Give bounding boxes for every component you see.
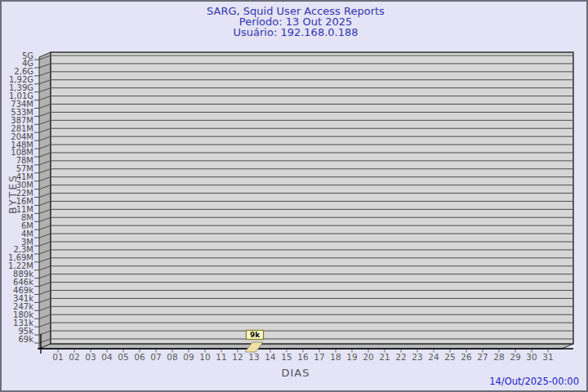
x-tick-label: 08 [167,352,177,362]
plot-floor-3d [39,344,573,349]
x-tick-label: 22 [395,352,406,362]
x-tick-label: 31 [542,352,553,362]
x-tick-label: 04 [101,352,113,362]
x-tick-label: 07 [150,352,161,362]
x-tick-label: 14 [265,352,276,362]
x-tick-label: 28 [493,352,504,362]
chart-canvas: 5G4G2,6G1,92G1,39G1,01G734M533M387M281M2… [2,2,588,392]
report-timestamp: 14/Out/2025-00:00 [489,376,579,387]
x-tick-label: 05 [118,352,128,362]
x-tick-label: 20 [363,352,373,362]
x-tick-label: 10 [199,352,210,362]
x-tick-label: 27 [477,352,488,362]
y-tick-label: 69k [18,335,33,344]
x-tick-label: 17 [314,352,324,362]
y-axis-title: BYTES [7,165,19,224]
x-tick-label: 02 [69,352,79,362]
sarg-report-chart: SARG, Squid User Access Reports Período:… [0,0,588,392]
x-tick-label: 24 [428,352,439,362]
x-tick-label: 25 [444,352,455,362]
x-tick-label: 26 [461,352,472,362]
x-tick-label: 29 [510,352,520,362]
x-tick-label: 11 [216,352,226,362]
x-tick-label: 12 [232,352,243,362]
x-tick-label: 19 [346,352,357,362]
x-tick-label: 13 [248,352,259,362]
x-tick-label: 03 [85,352,96,362]
x-tick-label: 09 [183,352,194,362]
x-tick-label: 23 [412,352,422,362]
bar-value-label: 9k [250,331,261,339]
x-tick-label: 01 [52,352,63,362]
x-tick-label: 18 [330,352,341,362]
x-tick-label: 06 [134,352,145,362]
x-tick-label: 21 [379,352,390,362]
x-tick-label: 30 [526,352,537,362]
x-tick-label: 16 [297,352,309,362]
x-tick-label: 15 [281,352,292,362]
